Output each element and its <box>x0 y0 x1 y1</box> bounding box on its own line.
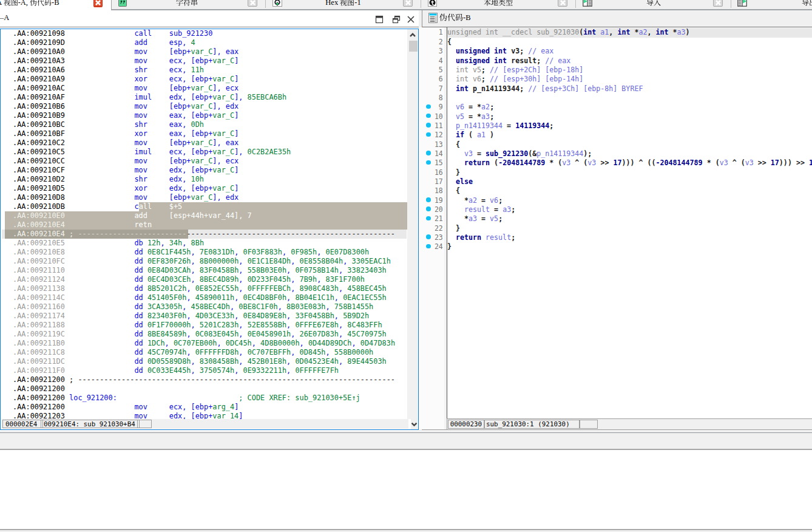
pseudocode-b-titlebar[interactable]: -B <box>422 10 812 27</box>
breakpoint-dot[interactable] <box>426 151 431 155</box>
breakpoint-dot[interactable] <box>426 104 431 109</box>
breakpoint-dot[interactable] <box>426 132 431 137</box>
asm-line[interactable]: .AA:00921200 mov ecx, [ebp+arg_4] <box>13 403 395 412</box>
disassembly-listing[interactable]: .AA:00921098 call sub_921230.AA:0092109D… <box>1 29 407 419</box>
asm-line[interactable]: .AA:009210FC dd 0EF830F26h, 8B000000h, 0… <box>13 257 395 266</box>
close-icon <box>560 0 566 5</box>
tab-close-button[interactable] <box>713 0 723 7</box>
tab-ida-view-pseudocode[interactable]: IDA -A, -B <box>0 0 112 10</box>
asm-line[interactable]: .AA:009210B6 mov [ebp+var_C], edx <box>13 102 395 111</box>
asm-line[interactable]: .AA:009210AC mov [ebp+var_C], ecx <box>13 84 395 93</box>
tab-exports[interactable] <box>731 0 812 9</box>
asm-line[interactable]: .AA:009210DB call $+5 <box>13 202 395 211</box>
breakpoint-dot[interactable] <box>426 197 431 202</box>
pseudocode-icon <box>428 13 438 23</box>
tab-strings[interactable] <box>112 0 265 9</box>
breakpoint-dot[interactable] <box>426 114 431 118</box>
breakpoint-dot[interactable] <box>426 234 431 239</box>
maximize-button[interactable] <box>374 15 384 24</box>
asm-line[interactable]: .AA:009210D2 shr edx, 10h <box>13 175 395 184</box>
breakpoint-dot[interactable] <box>426 244 431 249</box>
asm-line[interactable]: .AA:009210A6 shr ecx, 11h <box>13 66 395 75</box>
asm-line[interactable]: .AA:009210BF xor eax, [ebp+var_C] <box>13 129 395 138</box>
close-button[interactable] <box>406 15 416 24</box>
line-number: 12 <box>419 131 443 140</box>
line-number: 19 <box>419 196 443 205</box>
line-number: 11 <box>419 121 443 131</box>
asm-line[interactable]: .AA:009210C2 mov [ebp+var_C], eax <box>13 138 395 148</box>
asm-line[interactable]: .AA:009210B9 mov eax, [ebp+var_C] <box>13 111 395 120</box>
tab-close-button[interactable] <box>558 0 567 7</box>
asm-line[interactable]: .AA:00921110 dd 0E84D03CAh, 83F0458Bh, 5… <box>13 266 395 275</box>
disassembly-scrollbar[interactable] <box>407 29 418 419</box>
asm-line[interactable]: .AA:00921174 dd 823403F0h, 4D03CE33h, 0E… <box>13 312 395 321</box>
tab-local-types[interactable] <box>421 0 575 9</box>
asm-line[interactable]: .AA:009211F0 dd 0C033E445h, 3750574h, 0E… <box>13 366 395 375</box>
asm-line[interactable]: .AA:00921160 dd 3CA3305h, 458BEC4Dh, 0BE… <box>13 302 395 312</box>
tab-close-button[interactable] <box>248 0 257 7</box>
breakpoint-dot[interactable] <box>426 160 431 165</box>
asm-line[interactable]: .AA:009210E4 ; -------------------------… <box>13 230 395 239</box>
asm-line[interactable]: .AA:009210D5 xor edx, [ebp+var_C] <box>13 184 395 193</box>
asm-line[interactable]: .AA:009210A3 mov ecx, [ebp+var_C] <box>13 56 395 66</box>
asm-line[interactable]: .AA:00921124 dd 0EC4D03CEh, 8BEC4D89h, 0… <box>13 275 395 284</box>
breakpoint-dot[interactable] <box>426 216 431 221</box>
asm-line[interactable]: .AA:009211B0 dd 1DCh, 0C707EB00h, 0DC45h… <box>13 339 395 348</box>
asm-line[interactable]: .AA:009210CF mov edx, [ebp+var_C] <box>13 166 395 175</box>
panel-bottom-gap <box>0 430 419 431</box>
asm-line[interactable]: .AA:009210AF imul edx, [ebp+var_C], 85EB… <box>13 93 395 102</box>
line-number: 22 <box>419 224 443 233</box>
close-icon <box>406 15 416 24</box>
asm-line[interactable]: .AA:009210CC mov [ebp+var_C], ecx <box>13 157 395 166</box>
breakpoint-dot[interactable] <box>426 123 431 128</box>
tab-label: IDA -A, -B <box>0 0 59 7</box>
restore-icon <box>391 15 401 24</box>
scroll-up-arrow[interactable] <box>409 32 416 38</box>
dock-separator-line <box>0 432 812 434</box>
asm-line[interactable]: .AA:0092119C dd 8BE84589h, 0C083E045h, 0… <box>13 330 395 339</box>
asm-line[interactable]: .AA:00921203 mov edx, [ebp+var_14] <box>13 412 395 418</box>
asm-line[interactable]: .AA:00921200 ; -------------------------… <box>13 375 395 384</box>
asm-line[interactable]: .AA:009210BC shr eax, 0Dh <box>13 120 395 129</box>
line-number: 16 <box>419 168 443 177</box>
tab-close-button-red[interactable] <box>93 0 103 7</box>
status-location: 009210E4: sub_921030+B4 <box>41 420 140 429</box>
ida-view-a-titlebar[interactable]: IDA —A <box>0 10 419 27</box>
tab-hex-view[interactable]: Hex -1 <box>266 0 421 9</box>
asm-line[interactable]: .AA:00921138 dd 8B5201C2h, 0E852EC55h, 0… <box>13 284 395 293</box>
asm-line[interactable]: .AA:009210E8 dd 0E8C1F445h, 7E0831Dh, 0F… <box>13 248 395 257</box>
line-number: 23 <box>419 233 443 242</box>
pseudocode-panel[interactable]: 1unsigned int __cdecl sub_921030(int a1,… <box>419 27 812 429</box>
asm-line[interactable]: .AA:009210E0 add [esp+44h+var_44], 7 <box>13 211 395 220</box>
restore-button[interactable] <box>391 15 401 24</box>
scroll-down-area[interactable] <box>411 419 418 429</box>
asm-line[interactable]: .AA:009210C5 imul ecx, [ebp+var_C], 0C2B… <box>13 148 395 157</box>
breakpoint-dot[interactable] <box>426 206 431 211</box>
scrollbar-thumb[interactable] <box>409 41 418 52</box>
output-window[interactable] <box>0 451 812 529</box>
asm-line[interactable]: .AA:009210D8 mov [ebp+var_C], edx <box>13 193 395 202</box>
asm-line[interactable]: .AA:009210E5 db 12h, 34h, 8Bh <box>13 239 395 248</box>
scroll-down-arrow[interactable] <box>411 421 418 428</box>
asm-line[interactable]: .AA:00921188 dd 0F1F70000h, 5201C283h, 5… <box>13 321 395 330</box>
line-number: 24 <box>419 242 443 251</box>
close-icon <box>250 0 255 5</box>
tab-imports[interactable] <box>576 0 731 9</box>
line-number: 17 <box>419 177 443 186</box>
asm-line[interactable]: .AA:009211C8 dd 45C70974h, 0FFFFFFD8h, 0… <box>13 348 395 357</box>
tab-label <box>421 0 575 7</box>
asm-line[interactable]: .AA:00921200 <box>13 384 395 394</box>
asm-line[interactable]: .AA:00921098 call sub_921230 <box>13 29 395 38</box>
asm-line[interactable]: .AA:00921200 loc_921200: ; CODE XREF: su… <box>13 394 395 403</box>
asm-line[interactable]: .AA:0092109D add esp, 4 <box>13 38 395 47</box>
tab-close-button[interactable] <box>403 0 413 7</box>
asm-line[interactable]: .AA:009210A0 mov [ebp+var_C], eax <box>13 47 395 56</box>
disassembly-lines: .AA:00921098 call sub_921230.AA:0092109D… <box>13 29 395 418</box>
asm-line[interactable]: .AA:009210E4 retn <box>13 220 395 230</box>
asm-line[interactable]: .AA:0092114C dd 451405F0h, 45890011h, 0E… <box>13 293 395 302</box>
status-location: sub_921030:1 (921030) <box>484 420 580 429</box>
asm-line[interactable]: .AA:009210A9 xor ecx, [ebp+var_C] <box>13 75 395 84</box>
close-icon <box>716 0 721 5</box>
asm-line[interactable]: .AA:009211DC dd 0D05589D8h, 8308458Bh, 4… <box>13 357 395 366</box>
window-title: -B <box>439 13 471 22</box>
